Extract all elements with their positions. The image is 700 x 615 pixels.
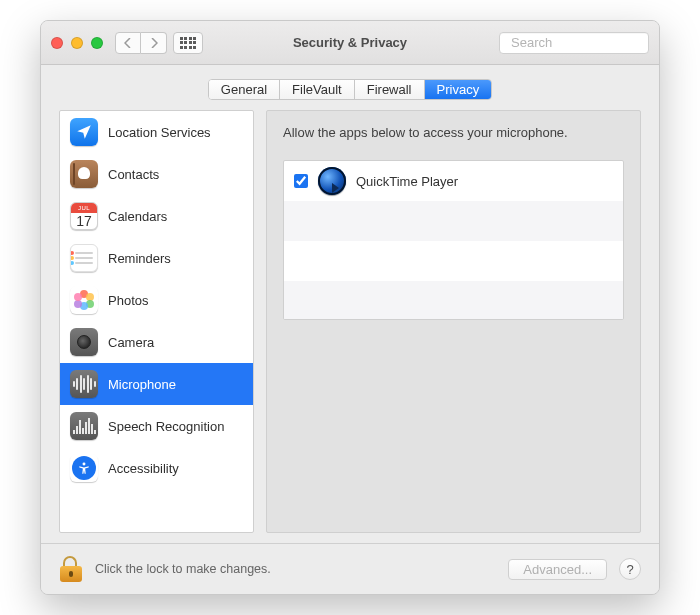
app-row-empty bbox=[284, 281, 623, 320]
minimize-window-button[interactable] bbox=[71, 37, 83, 49]
sidebar-item-label: Reminders bbox=[108, 251, 171, 266]
zoom-window-button[interactable] bbox=[91, 37, 103, 49]
speech-icon bbox=[70, 412, 98, 440]
app-name-label: QuickTime Player bbox=[356, 174, 458, 189]
tab-privacy[interactable]: Privacy bbox=[425, 80, 492, 99]
sidebar-item-accessibility[interactable]: Accessibility bbox=[60, 447, 253, 489]
nav-group bbox=[115, 32, 167, 54]
preferences-window: Security & Privacy General FileVault Fir… bbox=[40, 20, 660, 595]
tab-bar: General FileVault Firewall Privacy bbox=[41, 65, 659, 110]
sidebar-item-label: Photos bbox=[108, 293, 148, 308]
microphone-icon bbox=[70, 370, 98, 398]
chevron-right-icon bbox=[150, 38, 158, 48]
accessibility-icon bbox=[70, 454, 98, 482]
app-row-empty bbox=[284, 201, 623, 241]
content-area: Location Services Contacts JUL 17 Calend… bbox=[41, 110, 659, 543]
sidebar-item-label: Microphone bbox=[108, 377, 176, 392]
sidebar-item-label: Calendars bbox=[108, 209, 167, 224]
lock-text: Click the lock to make changes. bbox=[95, 562, 271, 576]
help-button[interactable]: ? bbox=[619, 558, 641, 580]
sidebar-item-label: Speech Recognition bbox=[108, 419, 224, 434]
window-controls bbox=[51, 37, 103, 49]
sidebar-item-label: Location Services bbox=[108, 125, 211, 140]
calendars-icon: JUL 17 bbox=[70, 202, 98, 230]
back-button[interactable] bbox=[115, 32, 141, 54]
camera-icon bbox=[70, 328, 98, 356]
sidebar-item-speech-recognition[interactable]: Speech Recognition bbox=[60, 405, 253, 447]
tab-segment: General FileVault Firewall Privacy bbox=[208, 79, 492, 100]
chevron-left-icon bbox=[124, 38, 132, 48]
show-all-button[interactable] bbox=[173, 32, 203, 54]
privacy-sidebar: Location Services Contacts JUL 17 Calend… bbox=[59, 110, 254, 533]
footer: Click the lock to make changes. Advanced… bbox=[41, 543, 659, 594]
app-list: QuickTime Player bbox=[283, 160, 624, 320]
titlebar: Security & Privacy bbox=[41, 21, 659, 65]
sidebar-item-reminders[interactable]: Reminders bbox=[60, 237, 253, 279]
sidebar-item-contacts[interactable]: Contacts bbox=[60, 153, 253, 195]
grid-icon bbox=[180, 37, 197, 49]
sidebar-item-label: Camera bbox=[108, 335, 154, 350]
photos-icon bbox=[70, 286, 98, 314]
panel-description: Allow the apps below to access your micr… bbox=[283, 125, 624, 140]
app-checkbox-quicktime[interactable] bbox=[294, 174, 308, 188]
main-panel: Allow the apps below to access your micr… bbox=[266, 110, 641, 533]
sidebar-item-camera[interactable]: Camera bbox=[60, 321, 253, 363]
sidebar-item-photos[interactable]: Photos bbox=[60, 279, 253, 321]
sidebar-item-label: Accessibility bbox=[108, 461, 179, 476]
advanced-button[interactable]: Advanced... bbox=[508, 559, 607, 580]
sidebar-item-microphone[interactable]: Microphone bbox=[60, 363, 253, 405]
sidebar-item-calendars[interactable]: JUL 17 Calendars bbox=[60, 195, 253, 237]
close-window-button[interactable] bbox=[51, 37, 63, 49]
tab-firewall[interactable]: Firewall bbox=[355, 80, 425, 99]
sidebar-item-location-services[interactable]: Location Services bbox=[60, 111, 253, 153]
app-row-empty bbox=[284, 241, 623, 281]
search-input[interactable] bbox=[511, 35, 660, 50]
lock-button[interactable] bbox=[59, 556, 83, 582]
forward-button[interactable] bbox=[141, 32, 167, 54]
app-row[interactable]: QuickTime Player bbox=[284, 161, 623, 201]
tab-general[interactable]: General bbox=[209, 80, 280, 99]
search-field[interactable] bbox=[499, 32, 649, 54]
tab-filevault[interactable]: FileVault bbox=[280, 80, 355, 99]
svg-point-2 bbox=[83, 462, 86, 465]
location-icon bbox=[70, 118, 98, 146]
contacts-icon bbox=[70, 160, 98, 188]
sidebar-item-label: Contacts bbox=[108, 167, 159, 182]
reminders-icon bbox=[70, 244, 98, 272]
quicktime-icon bbox=[318, 167, 346, 195]
